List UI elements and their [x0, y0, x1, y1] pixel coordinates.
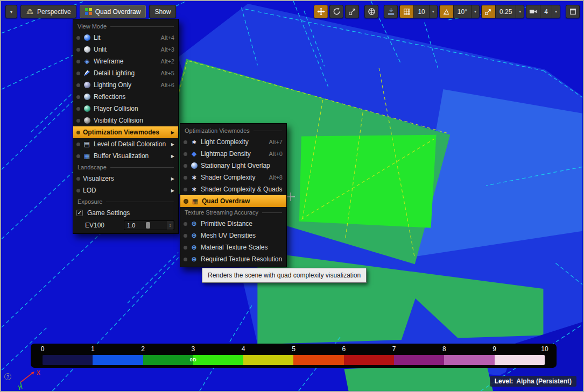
perspective-icon: [26, 8, 34, 16]
menu-item-shader-complexity[interactable]: ∗ Shader Complexity Alt+8: [180, 172, 286, 183]
grid-snap-group: 10 ▾: [399, 5, 437, 18]
grid-snap-toggle[interactable]: [400, 5, 413, 18]
game-settings-checkbox[interactable]: ✓: [76, 210, 83, 216]
translate-tool-button[interactable]: [314, 5, 328, 18]
check-icon: ✓: [78, 210, 82, 216]
menu-item-lighting-only[interactable]: Lighting Only Alt+6: [73, 79, 178, 91]
scale-snap-value[interactable]: 0.25: [495, 5, 516, 18]
radio-indicator: [184, 258, 187, 261]
rotate-icon: [333, 8, 341, 16]
radio-indicator: [76, 60, 80, 63]
maximize-viewport-button[interactable]: [566, 5, 580, 18]
maximize-icon: [569, 8, 576, 15]
perspective-button[interactable]: Perspective: [20, 5, 76, 18]
level-status-badge: Level: Alpha (Persistent): [490, 376, 576, 387]
camera-speed-value[interactable]: 4: [540, 5, 552, 18]
menu-item-lit[interactable]: Lit Alt+4: [73, 32, 178, 44]
menu-item-material-texture-scales[interactable]: ⊕ Material Texture Scales: [180, 241, 286, 253]
radio-indicator: [76, 131, 80, 134]
viewport-options-button[interactable]: ▾: [5, 5, 17, 18]
scale-tool-button[interactable]: [345, 5, 359, 18]
viewmode-icon: [85, 8, 92, 15]
ev100-spinner[interactable]: ↕: [167, 221, 173, 230]
view-mode-menu: View Mode Lit Alt+4 Unlit Alt+3 ◈ Wirefr…: [73, 19, 179, 234]
menu-item-game-settings[interactable]: ✓ Game Settings: [73, 207, 178, 219]
menu-item-buffer-visualization[interactable]: ▦ Buffer Visualization ▶: [73, 150, 178, 162]
radio-indicator: [76, 95, 80, 99]
level-label: Level:: [495, 377, 513, 385]
unlit-icon: [83, 46, 91, 54]
menu-item-visualizers[interactable]: Visualizers ▶: [73, 173, 178, 184]
menu-item-stationary-light-overlap[interactable]: Stationary Light Overlap: [180, 160, 286, 172]
radio-indicator: [184, 140, 187, 144]
lod-coloration-icon: ▤: [83, 140, 91, 148]
mesh-uv-densities-icon: ⊕: [190, 232, 198, 240]
rotation-snap-group: 10° ▾: [439, 5, 480, 18]
material-texture-scales-icon: ⊕: [190, 244, 198, 252]
view-mode-header: View Mode: [73, 21, 178, 32]
rotation-snap-value[interactable]: 10°: [453, 5, 471, 18]
optimization-viewmodes-submenu: Optimization Viewmodes ∗ Light Complexit…: [180, 123, 287, 267]
menu-item-light-complexity[interactable]: ∗ Light Complexity Alt+7: [180, 136, 286, 148]
menu-item-lod-coloration[interactable]: ▤ Level of Detail Coloration ▶: [73, 138, 178, 150]
lighting-only-icon: [83, 81, 91, 89]
radio-indicator: [76, 83, 80, 87]
menu-item-mesh-uv-densities[interactable]: ⊕ Mesh UV Densities: [180, 230, 286, 241]
primitive-distance-icon: ⊕: [190, 220, 198, 228]
menu-item-reflections[interactable]: Reflections: [73, 91, 178, 103]
menu-item-detail-lighting[interactable]: Detail Lighting Alt+5: [73, 67, 178, 79]
radio-indicator: [184, 176, 187, 180]
show-button[interactable]: Show: [149, 5, 176, 18]
menu-item-required-texture-resolution[interactable]: ⊕ Required Texture Resolution: [180, 253, 286, 265]
radio-indicator-selected: [184, 199, 188, 204]
exposure-header: Exposure: [73, 196, 178, 207]
menu-item-visibility-collision[interactable]: Visibility Collision: [73, 115, 178, 126]
world-local-toggle-button[interactable]: [364, 5, 378, 18]
scale-gradient-strip: [43, 355, 545, 365]
menu-item-optimization-viewmodes[interactable]: Optimization Viewmodes ▶: [73, 126, 178, 138]
viewmode-button[interactable]: Quad Overdraw: [80, 5, 146, 18]
visibility-collision-icon: [83, 117, 91, 125]
radio-indicator: [184, 188, 187, 191]
ev100-slider[interactable]: 1.0 ↕: [124, 220, 174, 230]
overdraw-scale-legend: 0 1 2 3 4 5 6 7 8 9 10: [31, 344, 557, 368]
scale-marker: 0D: [190, 357, 197, 362]
quad-overdraw-icon: ▦: [191, 197, 199, 205]
x-axis-label: X: [37, 370, 40, 376]
radio-indicator: [76, 48, 80, 52]
scale-snap-caret[interactable]: ▾: [516, 5, 524, 18]
menu-item-player-collision[interactable]: Player Collision: [73, 103, 178, 115]
radio-indicator: [184, 152, 187, 156]
level-value: Alpha (Persistent): [516, 377, 572, 385]
camera-speed-caret[interactable]: ▾: [552, 5, 560, 18]
camera-icon: [529, 8, 537, 15]
required-texture-resolution-icon: ⊕: [190, 255, 198, 263]
rotation-snap-toggle[interactable]: [440, 5, 453, 18]
scale-snap-toggle[interactable]: [482, 5, 495, 18]
menu-item-primitive-distance[interactable]: ⊕ Primitive Distance: [180, 218, 286, 230]
viewport-toolbar-left: ▾ Perspective Quad Overdraw Show: [5, 5, 176, 18]
ev100-value: 1.0: [124, 222, 135, 229]
menu-item-quad-overdraw[interactable]: ▦ Quad Overdraw: [180, 195, 286, 207]
menu-item-lightmap-density[interactable]: ◆ Lightmap Density Alt+0: [180, 148, 286, 160]
rotation-snap-caret[interactable]: ▾: [471, 5, 479, 18]
help-icon[interactable]: ?: [4, 373, 11, 380]
rotate-tool-button[interactable]: [329, 5, 343, 18]
perspective-label: Perspective: [37, 8, 71, 16]
scale-icon: [348, 8, 356, 16]
camera-speed-toggle[interactable]: [526, 5, 540, 18]
grid-snap-value[interactable]: 10: [413, 5, 428, 18]
surface-snapping-button[interactable]: [384, 5, 398, 18]
ev100-slider-handle[interactable]: [146, 222, 150, 229]
menu-item-unlit[interactable]: Unlit Alt+3: [73, 44, 178, 55]
player-collision-icon: [83, 105, 91, 113]
menu-item-lod[interactable]: LOD ▶: [73, 184, 178, 196]
menu-item-wireframe[interactable]: ◈ Wireframe Alt+2: [73, 55, 178, 67]
ev100-label: EV100: [85, 222, 121, 229]
landscape-header: Landscape: [73, 162, 178, 173]
grid-snap-caret[interactable]: ▾: [429, 5, 437, 18]
menu-item-shader-complexity-quads[interactable]: ∗ Shader Complexity & Quads: [180, 183, 286, 195]
radio-indicator: [184, 246, 187, 250]
viewmode-label: Quad Overdraw: [95, 8, 141, 16]
texture-streaming-header: Texture Streaming Accuracy: [180, 207, 286, 218]
